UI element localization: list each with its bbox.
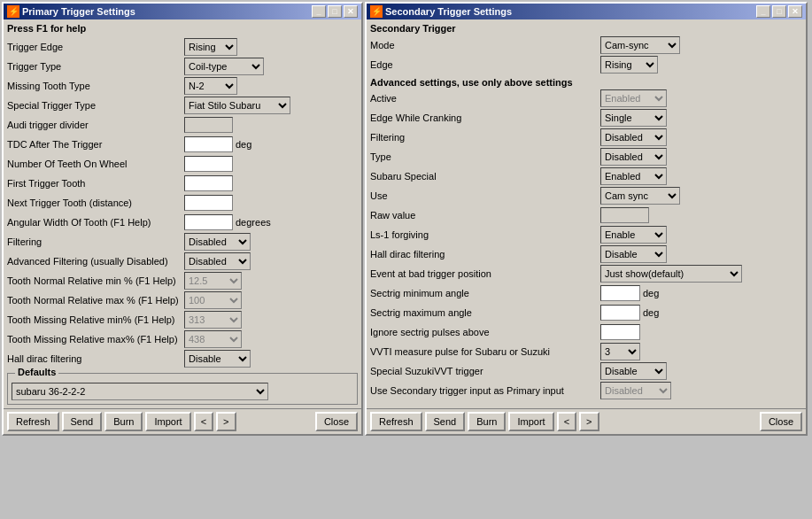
special-suzuki-select[interactable]: Disable: [600, 362, 667, 380]
primary-help-text: Press F1 for help: [7, 23, 358, 34]
edge-cranking-select[interactable]: Single: [600, 109, 667, 127]
primary-close-btn[interactable]: Close: [315, 412, 358, 431]
tooth-normal-max-select[interactable]: 100: [184, 291, 242, 309]
primary-refresh-btn[interactable]: Refresh: [7, 412, 59, 431]
raw-value-input[interactable]: 89: [600, 207, 649, 223]
tooth-missing-min-select[interactable]: 313: [184, 311, 242, 329]
secondary-burn-btn[interactable]: Burn: [468, 412, 506, 431]
angular-width-unit: degrees: [236, 217, 271, 228]
event-bad-row: Event at bad trigger position Just show(…: [370, 265, 802, 283]
primary-maximize-btn[interactable]: □: [328, 5, 342, 18]
use-secondary-label: Use Secondary trigger input as Primary i…: [370, 385, 600, 396]
type-label: Type: [370, 151, 600, 162]
primary-burn-btn[interactable]: Burn: [104, 412, 143, 431]
secondary-minimize-btn[interactable]: _: [756, 5, 770, 18]
primary-minimize-btn[interactable]: _: [312, 5, 326, 18]
tdc-row: TDC After The Trigger 120.0 deg: [7, 136, 358, 153]
adv-filtering-select[interactable]: Disabled: [184, 252, 251, 270]
secondary-nav-forward-btn[interactable]: >: [579, 412, 599, 431]
primary-title-bar: ⚡ Primary Trigger Settings _ □ ✕: [4, 4, 361, 19]
trigger-edge-select[interactable]: Rising: [184, 38, 237, 56]
next-trigger-row: Next Trigger Tooth (distance) 6: [7, 194, 358, 212]
sectrig-min-unit: deg: [643, 288, 659, 298]
edge-cranking-label: Edge While Cranking: [370, 112, 600, 123]
angular-width-input[interactable]: 30.00: [184, 214, 233, 230]
angular-width-row: Angular Width Of Tooth (F1 Help) 30.00 d…: [7, 213, 358, 231]
subaru-special-label: Subaru Special: [370, 171, 600, 182]
trigger-edge-row: Trigger Edge Rising: [7, 38, 358, 56]
tdc-label: TDC After The Trigger: [7, 139, 184, 150]
num-teeth-label: Number Of Teeth On Wheel: [7, 159, 184, 169]
ls1-row: Ls-1 forgiving Enable: [370, 226, 802, 244]
tooth-normal-max-row: Tooth Normal Relative max % (F1 Help) 10…: [7, 291, 358, 309]
primary-nav-back-btn[interactable]: <: [194, 412, 213, 431]
edge-label: Edge: [370, 59, 600, 70]
sec-filtering-row: Filtering Disabled: [370, 128, 802, 146]
use-label: Use: [370, 190, 600, 201]
event-bad-select[interactable]: Just show(default): [600, 265, 742, 283]
angular-width-label: Angular Width Of Tooth (F1 Help): [7, 217, 184, 228]
trigger-type-select[interactable]: Coil-type: [184, 58, 264, 75]
vvti-label: VVTI measure pulse for Subaru or Suzuki: [370, 346, 600, 357]
hall-dirac-row: Hall dirac filtering Disable: [7, 350, 358, 368]
tooth-missing-min-label: Tooth Missing Relative min% (F1 Help): [7, 314, 184, 325]
filtering-row: Filtering Disabled: [7, 233, 358, 251]
vvti-select[interactable]: 3: [600, 343, 640, 360]
mode-select[interactable]: Cam-sync: [600, 36, 680, 54]
primary-nav-forward-btn[interactable]: >: [216, 412, 236, 431]
edge-select[interactable]: Rising: [600, 56, 658, 74]
tooth-normal-min-select[interactable]: 12.5: [184, 272, 242, 290]
audi-divider-row: Audi trigger divider 256: [7, 116, 358, 134]
secondary-import-btn[interactable]: Import: [508, 412, 553, 431]
tdc-input[interactable]: 120.0: [184, 136, 233, 152]
secondary-bottom-bar: Refresh Send Burn Import < > Close: [367, 408, 806, 434]
primary-send-btn[interactable]: Send: [62, 412, 103, 431]
ignore-pulses-input[interactable]: 255: [600, 324, 640, 340]
filtering-select[interactable]: Disabled: [184, 233, 251, 251]
adv-filtering-label: Advanced Filtering (usually Disabled): [7, 256, 184, 267]
active-select[interactable]: Enabled: [600, 89, 667, 107]
advanced-settings-label: Advanced settings, use only above settin…: [370, 77, 802, 88]
hall-dirac-label: Hall dirac filtering: [7, 353, 184, 364]
first-trigger-row: First Trigger Tooth 2: [7, 174, 358, 192]
trigger-edge-label: Trigger Edge: [7, 42, 184, 52]
primary-import-btn[interactable]: Import: [145, 412, 190, 431]
missing-tooth-select[interactable]: N-2: [184, 77, 237, 95]
secondary-maximize-btn[interactable]: □: [772, 5, 786, 18]
secondary-send-btn[interactable]: Send: [425, 412, 466, 431]
sec-hall-dirac-select[interactable]: Disable: [600, 245, 667, 263]
hall-dirac-select[interactable]: Disable: [184, 350, 251, 368]
first-trigger-input[interactable]: 2: [184, 175, 233, 191]
active-label: Active: [370, 93, 600, 104]
use-row: Use Cam sync: [370, 187, 802, 205]
type-select[interactable]: Disabled: [600, 148, 667, 166]
num-teeth-input[interactable]: 24: [184, 156, 233, 172]
mode-label: Mode: [370, 40, 600, 50]
sec-filtering-select[interactable]: Disabled: [600, 128, 667, 146]
sectrig-max-input[interactable]: 360: [600, 305, 640, 321]
primary-close-btn[interactable]: ✕: [344, 5, 358, 18]
audi-divider-label: Audi trigger divider: [7, 120, 184, 130]
audi-divider-input[interactable]: 256: [184, 117, 233, 133]
secondary-close-btn[interactable]: Close: [760, 412, 802, 431]
tdc-unit: deg: [236, 139, 251, 150]
use-select[interactable]: Cam sync: [600, 187, 680, 205]
secondary-nav-back-btn[interactable]: <: [557, 412, 576, 431]
next-trigger-input[interactable]: 6: [184, 195, 233, 211]
special-trigger-select[interactable]: Fiat Stilo Subaru: [184, 97, 290, 114]
sectrig-min-row: Sectrig minimum angle 1 deg: [370, 284, 802, 302]
primary-trigger-window: ⚡ Primary Trigger Settings _ □ ✕ Press F…: [2, 2, 363, 436]
ls1-select[interactable]: Enable: [600, 226, 667, 244]
tooth-missing-max-select[interactable]: 438: [184, 330, 242, 348]
sectrig-max-label: Sectrig maximum angle: [370, 307, 600, 318]
trigger-type-label: Trigger Type: [7, 61, 184, 72]
sectrig-min-input[interactable]: 1: [600, 285, 640, 301]
use-secondary-select[interactable]: Disabled: [600, 382, 671, 399]
subaru-special-select[interactable]: Enabled: [600, 167, 667, 185]
defaults-select[interactable]: subaru 36-2-2-2: [12, 383, 268, 400]
special-trigger-label: Special Trigger Type: [7, 100, 184, 111]
use-secondary-row: Use Secondary trigger input as Primary i…: [370, 382, 802, 399]
secondary-close-btn[interactable]: ✕: [788, 5, 802, 18]
tooth-normal-min-row: Tooth Normal Relative min % (F1 Help) 12…: [7, 272, 358, 290]
secondary-refresh-btn[interactable]: Refresh: [370, 412, 422, 431]
